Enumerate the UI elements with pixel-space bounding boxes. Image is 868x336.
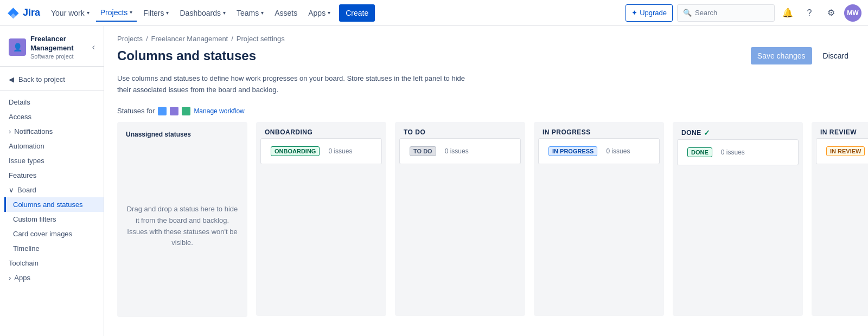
search-box[interactable]: 🔍 Search	[677, 4, 775, 22]
column-done-title: DONE ✓	[681, 128, 794, 137]
projects-menu[interactable]: Projects ▾	[96, 4, 137, 22]
back-to-project[interactable]: ◀ Back to project	[0, 71, 104, 88]
column-onboarding-header: ONBOARDING	[256, 122, 386, 138]
unassigned-panel: Unassigned statuses Drag and drop a stat…	[117, 122, 247, 317]
chip-inreview: IN REVIEW	[826, 146, 865, 156]
dashboards-menu[interactable]: Dashboards ▾	[175, 4, 230, 22]
column-inprogress-title: IN PROGRESS	[542, 128, 655, 136]
chip-todo: TO DO	[410, 146, 436, 156]
sidebar-item-card-cover[interactable]: Card cover images	[4, 227, 104, 241]
sidebar-collapse-button[interactable]: ‹	[92, 42, 95, 52]
status-card-inprogress: IN PROGRESS 0 issues	[538, 138, 660, 164]
sidebar-item-custom-filters[interactable]: Custom filters	[4, 212, 104, 227]
column-inreview: IN REVIEW IN REVIEW 0 issues	[812, 122, 868, 316]
column-todo-header: TO DO	[395, 122, 525, 138]
sidebar-item-toolchain[interactable]: Toolchain	[0, 256, 104, 270]
board-expand-icon: ∨	[9, 186, 14, 194]
column-onboarding-body: ONBOARDING 0 issues	[256, 138, 386, 316]
status-card-onboarding: ONBOARDING 0 issues	[260, 138, 382, 164]
settings-button[interactable]: ⚙	[822, 4, 840, 22]
sidebar-item-columns-statuses[interactable]: Columns and statuses	[4, 197, 104, 212]
status-card-inreview: IN REVIEW 0 issues	[816, 138, 868, 164]
sidebar-project: 👤 Freelancer Management Software project…	[0, 30, 104, 67]
done-check-icon: ✓	[704, 128, 711, 137]
sidebar-board-section[interactable]: ∨ Board	[0, 183, 104, 197]
breadcrumb-settings: Project settings	[237, 35, 285, 43]
discard-button[interactable]: Discard	[816, 47, 855, 64]
main-content: Projects / Freelancer Management / Proje…	[104, 26, 868, 336]
column-done-body: DONE 0 issues	[673, 139, 803, 316]
breadcrumb: Projects / Freelancer Management / Proje…	[104, 26, 868, 47]
help-button[interactable]: ?	[801, 4, 818, 22]
todo-issues: 0 issues	[445, 147, 469, 155]
column-inprogress-header: IN PROGRESS	[534, 122, 664, 138]
column-inreview-header: IN REVIEW	[812, 122, 868, 138]
apps-expand-icon: ›	[9, 274, 11, 282]
sidebar-divider	[0, 90, 104, 91]
sidebar-item-automation[interactable]: Automation	[0, 139, 104, 153]
upgrade-button[interactable]: ✦ Upgrade	[626, 4, 673, 22]
assets-menu[interactable]: Assets	[270, 4, 302, 22]
topnav: Jira Your work ▾ Projects ▾ Filters ▾ Da…	[0, 0, 868, 26]
column-onboarding-title: ONBOARDING	[265, 128, 378, 136]
project-info: Freelancer Management Software project	[30, 35, 88, 60]
back-icon: ◀	[9, 75, 14, 83]
search-icon: 🔍	[683, 9, 692, 17]
breadcrumb-projects[interactable]: Projects	[117, 35, 143, 43]
dashboards-chevron: ▾	[223, 10, 226, 16]
sidebar-item-issue-types[interactable]: Issue types	[0, 153, 104, 168]
inprogress-issues: 0 issues	[606, 147, 630, 155]
column-inreview-body: IN REVIEW 0 issues	[812, 138, 868, 316]
notifications-button[interactable]: 🔔	[779, 4, 796, 22]
sidebar-apps-section[interactable]: › Apps	[0, 270, 104, 285]
columns-area: Unassigned statuses Drag and drop a stat…	[104, 122, 868, 329]
column-inprogress-body: IN PROGRESS 0 issues	[534, 138, 664, 316]
chip-done: DONE	[687, 147, 712, 157]
unassigned-body: Drag and drop a status here to hide it f…	[126, 145, 239, 308]
status-card-todo: TO DO 0 issues	[399, 138, 521, 164]
column-todo-title: TO DO	[404, 128, 516, 136]
project-name: Freelancer Management	[30, 35, 88, 53]
your-work-menu[interactable]: Your work ▾	[47, 4, 94, 22]
sidebar: 👤 Freelancer Management Software project…	[0, 26, 104, 336]
your-work-chevron: ▾	[87, 10, 90, 16]
sidebar-item-timeline[interactable]: Timeline	[4, 241, 104, 256]
unassigned-title: Unassigned statuses	[126, 131, 239, 138]
teams-menu[interactable]: Teams ▾	[232, 4, 268, 22]
done-issues: 0 issues	[721, 148, 745, 156]
page-title: Columns and statuses	[117, 48, 256, 63]
projects-chevron: ▾	[130, 9, 132, 15]
column-done: DONE ✓ DONE 0 issues	[673, 122, 803, 316]
chip-onboarding: ONBOARDING	[271, 146, 320, 156]
page-header: Columns and statuses Save changes Discar…	[104, 47, 868, 73]
workflow-icon-blue	[158, 107, 167, 115]
apps-menu[interactable]: Apps ▾	[304, 4, 335, 22]
project-icon: 👤	[9, 38, 26, 56]
sidebar-item-features[interactable]: Features	[0, 168, 104, 183]
logo-text: Jira	[23, 7, 40, 18]
column-done-header: DONE ✓	[673, 122, 803, 139]
column-onboarding: ONBOARDING ONBOARDING 0 issues	[256, 122, 386, 316]
status-card-done: DONE 0 issues	[677, 139, 799, 165]
page-actions: Save changes Discard	[751, 47, 855, 64]
statuses-for-label: Statuses for	[117, 107, 155, 115]
page-description: Use columns and statuses to define how w…	[104, 73, 484, 107]
breadcrumb-project[interactable]: Freelancer Management	[151, 35, 228, 43]
sidebar-notifications-expand[interactable]: › Notifications	[0, 124, 104, 139]
create-button[interactable]: Create	[339, 4, 375, 22]
topnav-right: ✦ Upgrade 🔍 Search 🔔 ? ⚙ MW	[626, 4, 861, 22]
filters-menu[interactable]: Filters ▾	[139, 4, 173, 22]
jira-logo[interactable]: Jira	[7, 7, 40, 20]
upgrade-star-icon: ✦	[631, 9, 637, 17]
save-changes-button[interactable]: Save changes	[751, 47, 812, 64]
sidebar-item-access[interactable]: Access	[0, 109, 104, 124]
workflow-icon-purple	[170, 107, 178, 115]
workflow-icon-teal	[182, 107, 190, 115]
manage-workflow-link[interactable]: Manage workflow	[194, 107, 244, 115]
chip-inprogress: IN PROGRESS	[548, 146, 597, 156]
sidebar-board-subitems: Columns and statuses Custom filters Card…	[0, 197, 104, 256]
avatar[interactable]: MW	[844, 4, 861, 22]
expand-icon: ›	[9, 127, 11, 135]
sidebar-item-details[interactable]: Details	[0, 95, 104, 109]
onboarding-issues: 0 issues	[328, 147, 352, 155]
